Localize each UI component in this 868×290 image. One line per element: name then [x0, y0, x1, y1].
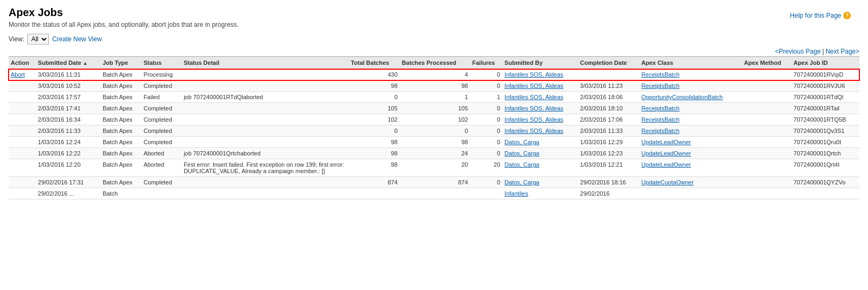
apex-class-link[interactable]: ReceiptsBatch — [641, 71, 680, 78]
view-bar: View: All Create New View — [9, 34, 859, 44]
submitted-by-link[interactable]: Infantiles — [505, 190, 528, 197]
col-total-batches: Total Batches — [349, 57, 400, 69]
cell-apex-job-id: 7072400001Qrt4I — [791, 159, 859, 177]
cell-status-detail — [181, 125, 348, 137]
cell-submitted-by: Datos, Carga — [502, 137, 578, 148]
cell-completion-date: 2/03/2016 11:33 — [578, 125, 639, 137]
cell-status-detail — [181, 80, 348, 92]
apex-class-link[interactable]: ReceiptsBatch — [641, 116, 680, 123]
cell-apex-job-id: 7072400001Qru0t — [791, 137, 859, 148]
cell-job-type: Batch Apex — [100, 80, 141, 92]
apex-class-link[interactable]: ReceiptsBatch — [641, 105, 680, 111]
cell-action — [9, 148, 36, 159]
cell-apex-job-id: 7072400001Qrtch — [791, 148, 859, 159]
cell-apex-job-id: 7072400001RVJU6 — [791, 80, 859, 92]
apex-class-link[interactable]: UpdateCuotaOwner — [641, 179, 694, 185]
cell-status-detail: job 7072400001Qrtchaborted — [181, 148, 348, 159]
cell-total-batches: 98 — [349, 80, 400, 92]
submitted-by-link[interactable]: Infantiles SOS, Aldeas — [505, 116, 563, 123]
apex-class-link[interactable]: UpdateLeadOwner — [641, 139, 691, 145]
cell-job-type: Batch Apex — [100, 137, 141, 148]
apex-class-link[interactable]: OpportunityConsolidationBatch — [641, 94, 723, 100]
cell-failures: 0 — [470, 69, 502, 80]
create-new-view-link[interactable]: Create New View — [52, 35, 101, 43]
help-link[interactable]: Help for this Page ? — [790, 12, 851, 19]
apex-class-link[interactable]: UpdateLeadOwner — [641, 161, 691, 168]
cell-submitted-by: Datos, Carga — [502, 159, 578, 177]
apex-class-link[interactable]: ReceiptsBatch — [641, 83, 680, 89]
cell-status: Aborted — [141, 148, 181, 159]
cell-batches-processed: 102 — [400, 114, 470, 125]
submitted-by-link[interactable]: Infantiles SOS, Aldeas — [505, 71, 563, 78]
submitted-by-link[interactable]: Infantiles SOS, Aldeas — [505, 128, 563, 134]
submitted-by-link[interactable]: Datos, Carga — [505, 161, 539, 168]
submitted-by-link[interactable]: Datos, Carga — [505, 139, 539, 145]
cell-total-batches: 102 — [349, 114, 400, 125]
cell-completion-date: 1/03/2016 12:21 — [578, 159, 639, 177]
cell-batches-processed: 0 — [400, 125, 470, 137]
cell-apex-class: ReceiptsBatch — [639, 103, 742, 114]
cell-completion-date: 29/02/2016 — [578, 188, 639, 199]
cell-apex-class: ReceiptsBatch — [639, 125, 742, 137]
col-completion-date: Completion Date — [578, 57, 639, 69]
cell-action — [9, 188, 36, 199]
cell-apex-class: UpdateCuotaOwner — [639, 177, 742, 188]
apex-class-link[interactable]: UpdateLeadOwner — [641, 150, 691, 157]
cell-apex-class: OpportunityConsolidationBatch — [639, 92, 742, 103]
table-row: 2/03/2016 17:57Batch ApexFailedjob 70724… — [9, 92, 859, 103]
col-failures: Failures — [470, 57, 502, 69]
cell-batches-processed: 874 — [400, 177, 470, 188]
view-label: View: — [9, 35, 24, 43]
cell-failures: 20 — [470, 159, 502, 177]
next-page-link[interactable]: Next Page> — [826, 48, 859, 55]
cell-failures: 0 — [470, 80, 502, 92]
pagination-sep: | — [822, 48, 824, 55]
submitted-by-link[interactable]: Infantiles SOS, Aldeas — [505, 94, 563, 100]
submitted-by-link[interactable]: Datos, Carga — [505, 179, 539, 185]
page-description: Monitor the status of all Apex jobs, and… — [9, 21, 859, 28]
view-select[interactable]: All — [27, 34, 49, 44]
submitted-by-link[interactable]: Infantiles SOS, Aldeas — [505, 83, 563, 89]
cell-status-detail — [181, 69, 348, 80]
table-row: 1/03/2016 12:24Batch ApexCompleted98980D… — [9, 137, 859, 148]
submitted-by-link[interactable]: Datos, Carga — [505, 150, 539, 157]
cell-action — [9, 177, 36, 188]
table-body: Abort3/03/2016 11:31Batch ApexProcessing… — [9, 69, 859, 199]
cell-submitted-date: 3/03/2016 10:52 — [36, 80, 101, 92]
cell-status: Completed — [141, 80, 181, 92]
cell-submitted-by: Infantiles — [502, 188, 578, 199]
cell-status-detail — [181, 188, 348, 199]
cell-submitted-date: 2/03/2016 17:41 — [36, 103, 101, 114]
cell-batches-processed — [400, 188, 470, 199]
cell-apex-class: UpdateLeadOwner — [639, 159, 742, 177]
cell-apex-method — [742, 92, 791, 103]
cell-apex-job-id: 7072400001Qv3S1 — [791, 125, 859, 137]
cell-submitted-date: 1/03/2016 12:24 — [36, 137, 101, 148]
cell-action — [9, 125, 36, 137]
cell-apex-method — [742, 80, 791, 92]
cell-total-batches: 98 — [349, 159, 400, 177]
cell-action — [9, 114, 36, 125]
cell-apex-class: ReceiptsBatch — [639, 80, 742, 92]
cell-submitted-by: Infantiles SOS, Aldeas — [502, 69, 578, 80]
cell-total-batches: 0 — [349, 125, 400, 137]
cell-status: Completed — [141, 103, 181, 114]
cell-failures — [470, 188, 502, 199]
table-row: 29/02/2016 ...BatchInfantiles29/02/2016 — [9, 188, 859, 199]
cell-job-type: Batch Apex — [100, 114, 141, 125]
apex-class-link[interactable]: ReceiptsBatch — [641, 128, 680, 134]
prev-page-link[interactable]: <Previous Page — [775, 48, 821, 55]
header-row: Action Submitted Date ▲ Job Type Status … — [9, 57, 859, 69]
cell-completion-date: 3/03/2016 11:23 — [578, 80, 639, 92]
col-apex-class: Apex Class — [639, 57, 742, 69]
cell-status — [141, 188, 181, 199]
table-row: Abort3/03/2016 11:31Batch ApexProcessing… — [9, 69, 859, 80]
cell-total-batches: 98 — [349, 137, 400, 148]
top-bar: Apex Jobs Help for this Page ? — [9, 6, 859, 19]
cell-apex-class: UpdateLeadOwner — [639, 148, 742, 159]
table-row: 29/02/2016 17:31Batch ApexCompleted87487… — [9, 177, 859, 188]
cell-failures: 0 — [470, 148, 502, 159]
submitted-by-link[interactable]: Infantiles SOS, Aldeas — [505, 105, 563, 111]
cell-completion-date — [578, 69, 639, 80]
abort-link[interactable]: Abort — [11, 71, 25, 78]
